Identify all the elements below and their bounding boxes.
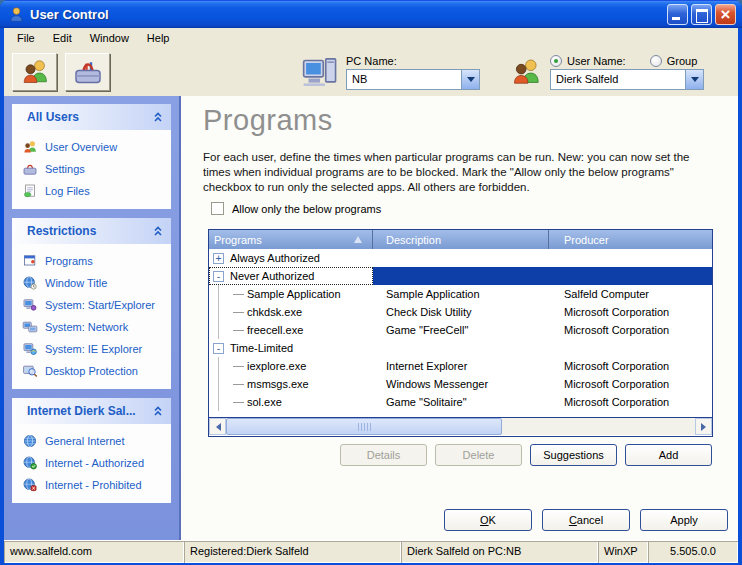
collapse-icon[interactable]: - xyxy=(213,343,224,354)
menu-file[interactable]: File xyxy=(8,29,44,47)
cancel-button[interactable]: Cancel xyxy=(542,509,630,531)
collapse-chevrons-icon xyxy=(153,111,163,123)
collapse-chevrons-icon xyxy=(153,405,163,417)
sidebar-item-log-files[interactable]: Log Files xyxy=(20,180,169,202)
user-group-icon xyxy=(510,55,542,89)
sidebar-section-internet: Internet Dierk Sal... General xyxy=(12,398,171,503)
scrollbar-track[interactable] xyxy=(502,418,695,435)
sidebar-section-all-users: All Users User Overview xyxy=(12,104,171,209)
scroll-right-arrow[interactable] xyxy=(695,418,712,435)
group-radio[interactable] xyxy=(650,55,662,67)
menu-help[interactable]: Help xyxy=(138,29,179,47)
app-icon xyxy=(8,6,25,23)
allow-only-checkbox-label: Allow only the below programs xyxy=(232,203,381,215)
table-row-freecell[interactable]: freecell.exe Game "FreeCell" Microsoft C… xyxy=(209,321,712,339)
app-window-icon xyxy=(22,253,38,269)
sidebar-item-system-start-explorer[interactable]: System: Start/Explorer xyxy=(20,294,169,316)
maximize-button[interactable] xyxy=(691,4,712,25)
horizontal-scrollbar[interactable] xyxy=(209,418,712,435)
chevron-down-icon[interactable] xyxy=(685,70,703,89)
column-header-description[interactable]: Description xyxy=(373,230,549,249)
sidebar-item-desktop-protection[interactable]: Desktop Protection xyxy=(20,360,169,382)
sidebar-item-settings[interactable]: Settings xyxy=(20,158,169,180)
close-button[interactable] xyxy=(715,4,736,25)
all-users-header[interactable]: All Users xyxy=(12,104,171,130)
delete-button[interactable]: Delete xyxy=(435,444,522,466)
column-header-producer[interactable]: Producer xyxy=(549,230,712,249)
pc-name-select[interactable]: NB xyxy=(346,69,480,90)
sidebar-item-system-network[interactable]: System: Network xyxy=(20,316,169,338)
table-row-always-authorized[interactable]: +Always Authorized xyxy=(209,249,712,267)
restrictions-header[interactable]: Restrictions xyxy=(12,218,171,244)
users-toolbar-button[interactable] xyxy=(12,53,57,91)
user-select-value: Dierk Salfeld xyxy=(551,73,685,85)
add-button[interactable]: Add xyxy=(625,444,712,466)
user-select[interactable]: Dierk Salfeld xyxy=(550,69,704,90)
status-user-pc: Dierk Salfeld on PC:NB xyxy=(401,541,598,563)
allow-only-checkbox-row: Allow only the below programs xyxy=(211,202,381,215)
settings-toolbar-button[interactable] xyxy=(65,53,110,91)
status-version: 5.505.0.0 xyxy=(648,541,738,563)
table-row-sol[interactable]: sol.exe Game "Solitaire" Microsoft Corpo… xyxy=(209,393,712,411)
sidebar-item-system-ie-explorer[interactable]: System: IE Explorer xyxy=(20,338,169,360)
user-overview-icon xyxy=(22,139,38,155)
main-content: Programs For each user, define the times… xyxy=(181,96,738,540)
sidebar-item-user-overview[interactable]: User Overview xyxy=(20,136,169,158)
page-description: For each user, define the times when par… xyxy=(203,150,719,195)
page-title: Programs xyxy=(203,104,333,137)
titlebar: User Control xyxy=(0,0,742,28)
details-button[interactable]: Details xyxy=(340,444,427,466)
apply-button[interactable]: Apply xyxy=(640,509,728,531)
dialog-buttons: OK Cancel Apply xyxy=(444,509,728,531)
computer-icon xyxy=(22,297,38,313)
log-file-icon xyxy=(22,183,38,199)
sidebar: All Users User Overview xyxy=(4,96,181,540)
group-radio-label: Group xyxy=(667,55,698,67)
ok-button[interactable]: OK xyxy=(444,509,532,531)
sidebar-section-restrictions: Restrictions Programs xyxy=(12,218,171,389)
statusbar: www.salfeld.com Registered:Dierk Salfeld… xyxy=(4,540,738,563)
table-actions: Details Delete Suggestions Add xyxy=(340,444,712,466)
sidebar-item-internet-prohibited[interactable]: Internet - Prohibited xyxy=(20,474,169,496)
window-title: User Control xyxy=(30,7,664,22)
suggestions-button[interactable]: Suggestions xyxy=(530,444,617,466)
table-row-msmsgs[interactable]: msmsgs.exe Windows Messenger Microsoft C… xyxy=(209,375,712,393)
sidebar-item-window-title[interactable]: Window Title xyxy=(20,272,169,294)
collapse-icon[interactable]: - xyxy=(213,271,224,282)
globe-clock-icon xyxy=(22,275,38,291)
user-name-radio-label: User Name: xyxy=(567,55,626,67)
menubar: File Edit Window Help xyxy=(4,28,738,48)
status-website: www.salfeld.com xyxy=(4,541,184,563)
user-control-window: User Control File Edit Window Help xyxy=(0,0,742,565)
users-icon xyxy=(20,57,50,87)
globe-icon xyxy=(22,433,38,449)
table-row-time-limited[interactable]: -Time-Limited xyxy=(209,339,712,357)
sidebar-item-internet-authorized[interactable]: Internet - Authorized xyxy=(20,452,169,474)
table-row-iexplore[interactable]: iexplore.exe Internet Explorer Microsoft… xyxy=(209,357,712,375)
toolbox-icon xyxy=(22,161,38,177)
internet-header[interactable]: Internet Dierk Sal... xyxy=(12,398,171,424)
table-header: Programs Description Producer xyxy=(209,230,712,249)
menu-edit[interactable]: Edit xyxy=(44,29,81,47)
scroll-left-arrow[interactable] xyxy=(209,418,226,435)
collapse-chevrons-icon xyxy=(153,225,163,237)
menu-window[interactable]: Window xyxy=(81,29,138,47)
table-row-sample-application[interactable]: Sample Application Sample Application Sa… xyxy=(209,285,712,303)
minimize-button[interactable] xyxy=(667,4,688,25)
allow-only-checkbox[interactable] xyxy=(211,202,224,215)
chevron-down-icon[interactable] xyxy=(461,70,479,89)
toolbar: PC Name: NB User Name: Gro xyxy=(4,48,738,96)
sidebar-item-general-internet[interactable]: General Internet xyxy=(20,430,169,452)
status-registered: Registered:Dierk Salfeld xyxy=(184,541,401,563)
user-select-group: User Name: Group Dierk Salfeld xyxy=(550,55,704,90)
expand-icon[interactable]: + xyxy=(213,253,224,264)
column-header-programs[interactable]: Programs xyxy=(209,230,373,249)
user-name-radio[interactable] xyxy=(550,55,562,67)
table-row-never-authorized[interactable]: -Never Authorized xyxy=(209,267,712,285)
sidebar-item-programs[interactable]: Programs xyxy=(20,250,169,272)
globe-block-icon xyxy=(22,477,38,493)
scrollbar-thumb[interactable] xyxy=(226,418,502,435)
table-rows: +Always Authorized -Never Authorized Sam… xyxy=(209,249,712,418)
toolbox-icon xyxy=(73,57,103,87)
table-row-chkdsk[interactable]: chkdsk.exe Check Disk Utility Microsoft … xyxy=(209,303,712,321)
